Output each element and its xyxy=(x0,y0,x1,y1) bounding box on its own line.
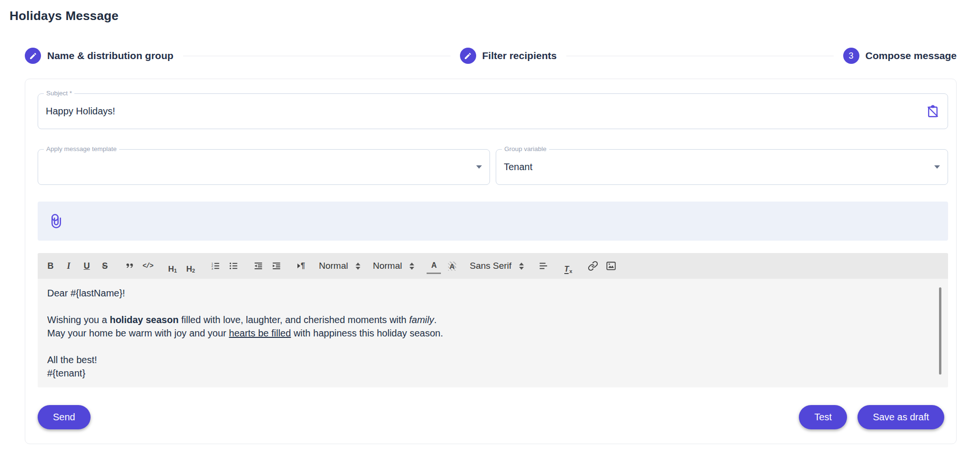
dropdown-arrow-icon xyxy=(934,165,940,169)
background-color-icon[interactable]: A xyxy=(445,258,459,274)
attachment-bar xyxy=(38,202,948,241)
text-segment: family xyxy=(409,315,434,325)
stepper-connector xyxy=(183,56,450,56)
text-segment: May your home be warm with joy and your xyxy=(47,328,229,338)
paperclip-icon[interactable] xyxy=(49,213,63,229)
compose-card: Subject * Happy Holidays! Apply message … xyxy=(25,79,957,444)
actions-row: Send Test Save as draft xyxy=(38,405,948,429)
header-select[interactable]: Normal xyxy=(373,261,414,271)
message-line xyxy=(47,340,926,353)
pencil-icon xyxy=(460,48,476,64)
size-select[interactable]: Normal xyxy=(319,261,360,271)
page-title: Holidays Message xyxy=(10,9,980,23)
holidays-message-page: Holidays Message Name & distribution gro… xyxy=(0,0,980,467)
font-select[interactable]: Sans Serif xyxy=(470,261,524,271)
message-line xyxy=(47,300,926,313)
step-label: Name & distribution group xyxy=(47,50,174,61)
apply-message-template-select[interactable]: Apply message template xyxy=(38,149,490,185)
message-line: All the best! xyxy=(47,353,926,366)
save-as-draft-button[interactable]: Save as draft xyxy=(858,405,944,429)
select-arrows-icon xyxy=(519,263,524,270)
indent-icon[interactable] xyxy=(269,258,284,274)
stepper: Name & distribution group Filter recipie… xyxy=(25,47,957,64)
dropdown-arrow-icon xyxy=(476,165,482,169)
header-2-icon[interactable]: H2 xyxy=(184,258,198,274)
select-arrows-icon xyxy=(409,263,414,270)
step-name-distribution-group[interactable]: Name & distribution group xyxy=(25,48,174,64)
message-body-editor[interactable]: Dear #{lastName}! Wishing you a holiday … xyxy=(38,279,948,387)
subject-field[interactable]: Subject * Happy Holidays! xyxy=(38,93,948,129)
clean-formatting-icon[interactable]: Tx xyxy=(561,258,575,274)
ordered-list-icon[interactable]: 1 2 3 xyxy=(208,258,223,274)
editor-scrollbar-thumb[interactable] xyxy=(939,287,941,375)
subject-label: Subject * xyxy=(44,89,74,98)
message-line: Wishing you a holiday season filled with… xyxy=(47,313,926,326)
text-segment: . xyxy=(434,315,437,325)
content-paste-off-icon[interactable] xyxy=(926,104,940,119)
image-icon[interactable] xyxy=(604,258,618,274)
template-label: Apply message template xyxy=(44,145,119,153)
text-segment: Wishing you a xyxy=(47,315,110,325)
stepper-connector xyxy=(566,56,834,56)
step-compose-message[interactable]: 3 Compose message xyxy=(843,48,957,64)
step-number-badge: 3 xyxy=(843,48,859,64)
message-line: May your home be warm with joy and your … xyxy=(47,326,926,340)
group-variable-select[interactable]: Group variable Tenant xyxy=(496,149,948,185)
align-icon[interactable] xyxy=(536,258,551,274)
message-line: #{tenant} xyxy=(47,366,926,380)
send-button[interactable]: Send xyxy=(38,405,91,429)
direction-icon[interactable]: ¶ xyxy=(294,258,308,274)
editor-toolbar: B I U S </> H1 H2 xyxy=(38,253,948,279)
step-label: Compose message xyxy=(866,50,957,61)
text-segment: filled with love, laughter, and cherishe… xyxy=(179,315,409,325)
text-segment: with happiness this holiday season. xyxy=(291,328,443,338)
group-variable-value: Tenant xyxy=(504,162,532,173)
text-color-icon[interactable]: A xyxy=(427,258,441,274)
svg-text:3: 3 xyxy=(212,267,214,270)
group-variable-label: Group variable xyxy=(502,145,549,153)
test-button[interactable]: Test xyxy=(799,405,847,429)
underline-icon[interactable]: U xyxy=(80,258,94,274)
pencil-icon xyxy=(25,48,41,64)
text-segment: holiday season xyxy=(110,315,179,325)
step-label: Filter recipients xyxy=(482,50,557,61)
italic-icon[interactable]: I xyxy=(61,258,76,274)
select-arrows-icon xyxy=(356,263,360,270)
strikethrough-icon[interactable]: S xyxy=(98,258,112,274)
text-segment: hearts be filled xyxy=(229,328,291,338)
blockquote-icon[interactable] xyxy=(122,258,137,274)
code-block-icon[interactable]: </> xyxy=(141,258,155,274)
link-icon[interactable] xyxy=(586,258,600,274)
outdent-icon[interactable] xyxy=(251,258,265,274)
header-1-icon[interactable]: H1 xyxy=(165,258,180,274)
step-filter-recipients[interactable]: Filter recipients xyxy=(460,48,557,64)
subject-input[interactable]: Happy Holidays! xyxy=(46,106,115,117)
bullet-list-icon[interactable] xyxy=(226,258,241,274)
message-line: Dear #{lastName}! xyxy=(47,286,926,300)
bold-icon[interactable]: B xyxy=(43,258,58,274)
